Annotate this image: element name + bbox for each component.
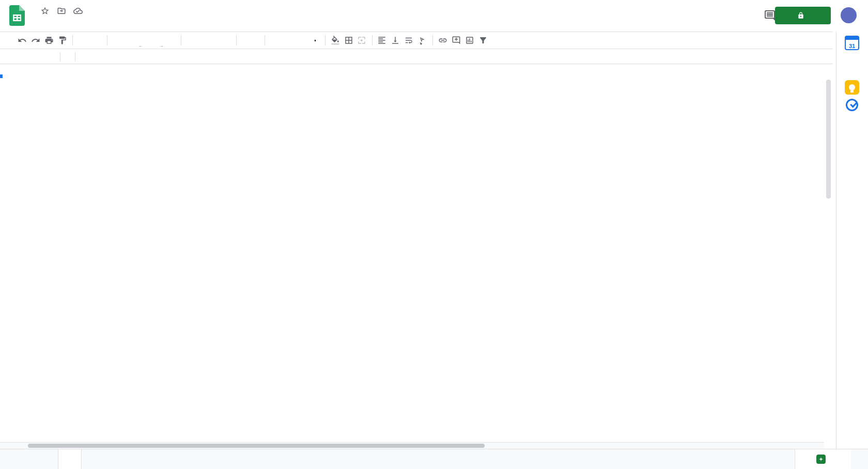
text-wrap-icon[interactable]: [402, 34, 416, 47]
horizontal-scrollbar-thumb[interactable]: [28, 444, 485, 448]
vertical-scrollbar[interactable]: [825, 64, 832, 442]
calendar-icon[interactable]: 31: [845, 36, 859, 50]
sheets-logo-icon[interactable]: [9, 5, 25, 26]
more-formats-button[interactable]: [164, 34, 178, 47]
fill-color-icon[interactable]: [329, 34, 342, 47]
cloud-saved-icon[interactable]: [73, 6, 83, 16]
menu-infoga[interactable]: [58, 24, 66, 26]
spreadsheet-grid: [0, 64, 824, 442]
vertical-scrollbar-thumb[interactable]: [826, 80, 831, 199]
increase-decimals-button[interactable]: →: [151, 34, 164, 47]
bold-button[interactable]: [268, 34, 282, 47]
tasks-icon[interactable]: [845, 98, 859, 112]
menu-verktyg[interactable]: [83, 24, 91, 26]
share-button[interactable]: [775, 7, 831, 24]
formula-bar: [0, 50, 833, 64]
explore-icon: [816, 455, 826, 464]
avatar[interactable]: [841, 7, 857, 23]
top-bar: [0, 0, 868, 32]
insert-link-icon[interactable]: [436, 34, 450, 47]
keep-icon[interactable]: [845, 80, 859, 95]
lock-icon: [797, 12, 804, 19]
menu-tillagg[interactable]: [91, 24, 99, 26]
borders-icon[interactable]: [342, 34, 355, 47]
horizontal-scrollbar[interactable]: [0, 442, 824, 449]
zoom-select[interactable]: [76, 34, 104, 47]
selected-cell-outline: [0, 75, 2, 78]
filter-icon[interactable]: [476, 34, 490, 47]
filter-views-dropdown[interactable]: [490, 34, 503, 47]
merge-cells-icon: [355, 34, 369, 47]
undo-icon[interactable]: [16, 34, 29, 47]
format-currency-button[interactable]: [111, 34, 124, 47]
text-rotation-icon[interactable]: [416, 34, 429, 47]
font-select[interactable]: [184, 34, 233, 47]
italic-button[interactable]: [282, 34, 295, 47]
text-color-button[interactable]: [308, 34, 322, 47]
menu-redigera[interactable]: [41, 24, 50, 26]
insert-comment-icon[interactable]: [450, 34, 463, 47]
vertical-align-icon[interactable]: [389, 34, 402, 47]
menu-data[interactable]: [74, 24, 83, 26]
collapse-toolbar-icon[interactable]: [815, 36, 828, 46]
menu-bar: [33, 19, 115, 31]
star-icon[interactable]: [40, 6, 50, 16]
explore-button[interactable]: [795, 449, 851, 469]
menu-hjalp[interactable]: [99, 24, 107, 26]
horizontal-align-icon[interactable]: [376, 34, 389, 47]
collapse-side-panel-icon[interactable]: [857, 453, 867, 466]
add-addon-icon[interactable]: [846, 134, 858, 146]
redo-icon[interactable]: [29, 34, 42, 47]
move-folder-icon[interactable]: [57, 6, 66, 16]
add-sheet-icon[interactable]: [21, 453, 33, 466]
print-icon[interactable]: [42, 34, 56, 47]
functions-button[interactable]: [503, 34, 517, 47]
menu-format[interactable]: [66, 24, 74, 26]
decrease-decimals-button[interactable]: ←: [137, 34, 151, 47]
sheet-tab-bar: [0, 449, 868, 469]
side-panel-rail: 31: [836, 32, 868, 449]
menu-arkiv[interactable]: [33, 24, 41, 26]
strikethrough-button[interactable]: [295, 34, 308, 47]
menu-visa[interactable]: [50, 24, 58, 26]
all-sheets-icon[interactable]: [39, 453, 52, 466]
font-size-select[interactable]: [240, 34, 261, 47]
sheet-tab-active[interactable]: [58, 449, 82, 469]
column-headers: [0, 64, 824, 75]
insert-chart-icon[interactable]: [463, 34, 476, 47]
toolbar: ← →: [0, 32, 833, 49]
format-percent-button[interactable]: [124, 34, 137, 47]
paint-format-icon[interactable]: [56, 34, 69, 47]
